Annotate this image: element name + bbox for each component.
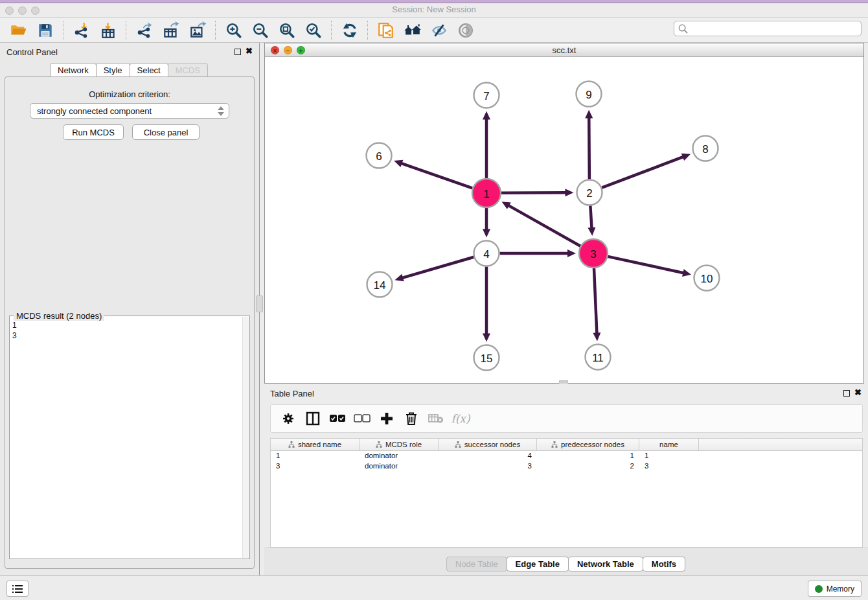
control-panel: Control Panel ✖ Network Style Select MCD… bbox=[0, 43, 260, 575]
zoom-out-button[interactable] bbox=[250, 20, 270, 40]
table-settings-button[interactable] bbox=[280, 410, 297, 427]
cell-mcds-role[interactable]: dominator bbox=[360, 451, 439, 461]
zoom-selected-button[interactable] bbox=[303, 20, 323, 40]
export-network-button[interactable] bbox=[134, 20, 154, 40]
cell-shared-name[interactable]: 1 bbox=[271, 451, 360, 461]
cell-name[interactable]: 3 bbox=[639, 461, 699, 472]
graph-node-6[interactable]: 6 bbox=[367, 143, 392, 168]
table-panel-float-button[interactable] bbox=[843, 390, 850, 397]
save-session-button[interactable] bbox=[35, 20, 55, 40]
delete-column-button[interactable] bbox=[403, 410, 420, 427]
mcds-result-title: MCDS result (2 nodes) bbox=[14, 311, 104, 321]
zoom-out-icon bbox=[251, 21, 269, 40]
sitemap-icon bbox=[376, 441, 382, 448]
run-mcds-button[interactable]: Run MCDS bbox=[63, 124, 124, 140]
result-scrollbar[interactable] bbox=[242, 317, 249, 558]
show-panels-button[interactable] bbox=[455, 20, 475, 40]
column-header-predecessor-nodes[interactable]: predecessor nodes bbox=[537, 439, 639, 450]
table-panel-close-button[interactable]: ✖ bbox=[854, 388, 862, 397]
graph-node-2[interactable]: 2 bbox=[577, 180, 602, 205]
status-bar: Memory bbox=[0, 575, 868, 600]
cell-successor-nodes[interactable]: 3 bbox=[439, 461, 537, 472]
control-panel-close-button[interactable]: ✖ bbox=[246, 47, 253, 56]
node-label: 2 bbox=[586, 187, 592, 200]
hide-panels-button[interactable] bbox=[429, 20, 449, 40]
table-row[interactable]: 3 dominator 3 2 3 bbox=[271, 461, 862, 472]
column-header-successor-nodes[interactable]: successor nodes bbox=[439, 439, 537, 450]
export-image-button[interactable] bbox=[187, 20, 207, 40]
graph-node-9[interactable]: 9 bbox=[577, 82, 602, 107]
cell-predecessor-nodes[interactable]: 1 bbox=[537, 451, 639, 461]
tab-mcds[interactable]: MCDS bbox=[168, 63, 208, 78]
network-canvas[interactable]: 1234678910111415 bbox=[265, 57, 863, 383]
mcds-result-list[interactable]: 1 3 bbox=[12, 320, 240, 556]
eye-icon bbox=[457, 21, 475, 40]
column-header-name[interactable]: name bbox=[639, 439, 699, 450]
delete-table-button-disabled[interactable] bbox=[428, 410, 444, 427]
graph-edge-3-10[interactable] bbox=[608, 257, 684, 273]
graph-edge-arrowhead bbox=[585, 110, 593, 118]
cell-mcds-role[interactable]: dominator bbox=[360, 461, 439, 472]
tab-select[interactable]: Select bbox=[130, 63, 168, 78]
graph-node-7[interactable]: 7 bbox=[474, 83, 499, 108]
zoom-in-button[interactable] bbox=[223, 20, 244, 40]
import-table-button[interactable] bbox=[98, 20, 118, 40]
node-label: 10 bbox=[701, 273, 713, 285]
splitter-handle[interactable] bbox=[256, 295, 263, 312]
graph-edge-3-11[interactable] bbox=[594, 268, 597, 334]
zoom-fit-button[interactable] bbox=[277, 20, 297, 40]
graph-node-11[interactable]: 11 bbox=[586, 345, 611, 370]
graph-edge-2-9[interactable] bbox=[589, 117, 589, 179]
control-panel-float-button[interactable] bbox=[234, 49, 241, 55]
graph-node-3[interactable]: 3 bbox=[579, 239, 608, 268]
cell-successor-nodes[interactable]: 4 bbox=[439, 451, 537, 461]
graph-node-1[interactable]: 1 bbox=[472, 179, 501, 207]
gear-icon bbox=[282, 412, 295, 425]
graph-edge-2-3[interactable] bbox=[590, 205, 591, 229]
home-layout-button[interactable] bbox=[402, 20, 422, 40]
show-columns-button[interactable] bbox=[304, 410, 321, 427]
cell-name[interactable]: 1 bbox=[639, 451, 699, 461]
graph-node-8[interactable]: 8 bbox=[693, 136, 718, 161]
graph-edge-2-8[interactable] bbox=[602, 157, 684, 188]
apply-layout-button[interactable] bbox=[339, 20, 360, 40]
clone-network-button[interactable] bbox=[376, 20, 396, 40]
criterion-dropdown[interactable]: strongly connected component bbox=[30, 103, 229, 119]
select-all-button[interactable] bbox=[329, 410, 346, 427]
graph-node-10[interactable]: 10 bbox=[694, 266, 720, 291]
graph-edge-arrowhead bbox=[394, 160, 403, 167]
graph-edge-4-14[interactable] bbox=[402, 257, 474, 278]
graph-node-15[interactable]: 15 bbox=[474, 345, 499, 371]
close-panel-button[interactable]: Close panel bbox=[132, 124, 200, 140]
search-input[interactable] bbox=[689, 23, 861, 34]
tab-motifs[interactable]: Motifs bbox=[643, 557, 685, 571]
cell-shared-name[interactable]: 3 bbox=[271, 461, 360, 472]
graph-edge-arrowhead bbox=[483, 111, 490, 120]
graph-edge-arrowhead bbox=[395, 274, 404, 282]
deselect-all-button[interactable] bbox=[354, 410, 371, 427]
tab-edge-table[interactable]: Edge Table bbox=[507, 557, 569, 571]
graph-node-14[interactable]: 14 bbox=[367, 272, 393, 297]
tab-style[interactable]: Style bbox=[96, 63, 130, 78]
create-column-button[interactable] bbox=[378, 410, 395, 427]
graph-edge-1-6[interactable] bbox=[401, 163, 473, 189]
node-label: 1 bbox=[483, 188, 489, 200]
memory-button[interactable]: Memory bbox=[808, 581, 862, 597]
control-panel-title: Control Panel bbox=[6, 47, 58, 57]
graph-node-4[interactable]: 4 bbox=[474, 241, 499, 266]
function-builder-button[interactable]: f(x) bbox=[452, 410, 469, 427]
cell-predecessor-nodes[interactable]: 2 bbox=[537, 461, 639, 472]
tab-network[interactable]: Network bbox=[50, 63, 97, 78]
task-history-button[interactable] bbox=[6, 581, 29, 597]
network-window-titlebar[interactable]: × − + scc.txt bbox=[265, 43, 863, 57]
column-header-mcds-role[interactable]: MCDS role bbox=[360, 439, 439, 450]
graph-edge-3-1[interactable] bbox=[508, 205, 580, 246]
graph-edge-1-2[interactable] bbox=[501, 192, 567, 193]
tab-node-table[interactable]: Node Table bbox=[446, 557, 507, 571]
open-session-button[interactable] bbox=[8, 20, 29, 40]
tab-network-table[interactable]: Network Table bbox=[568, 557, 643, 571]
column-header-shared-name[interactable]: shared name bbox=[271, 439, 360, 450]
table-row[interactable]: 1 dominator 4 1 1 bbox=[271, 451, 862, 461]
import-network-button[interactable] bbox=[71, 20, 91, 40]
export-table-button[interactable] bbox=[161, 20, 181, 40]
